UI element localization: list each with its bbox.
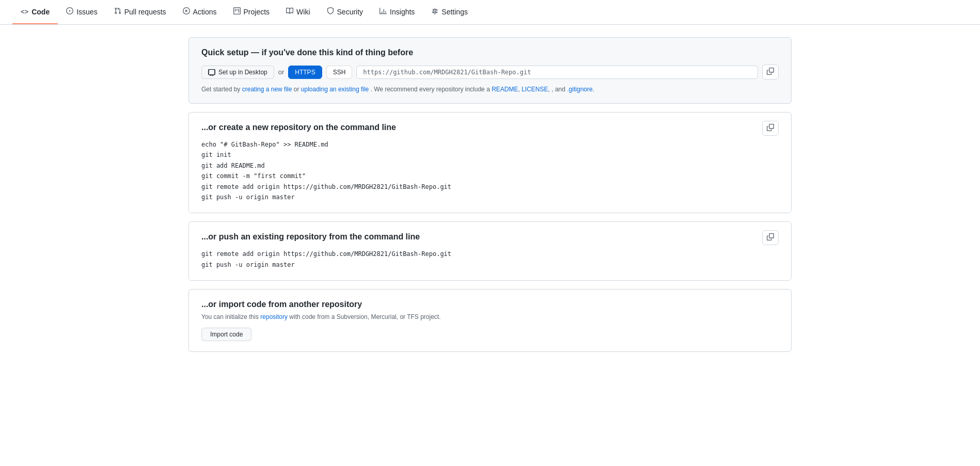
create-repo-section: ...or create a new repository on the com…: [188, 112, 792, 213]
setup-desktop-button[interactable]: Set up in Desktop: [201, 66, 274, 79]
nav-item-wiki[interactable]: Wiki: [278, 0, 318, 24]
https-button[interactable]: HTTPS: [288, 66, 322, 79]
nav-label-insights: Insights: [390, 8, 415, 16]
nav-label-wiki: Wiki: [296, 8, 310, 16]
import-section: ...or import code from another repositor…: [188, 289, 792, 352]
nav-label-security: Security: [337, 8, 363, 16]
nav-label-projects: Projects: [244, 8, 270, 16]
or-label: or: [278, 68, 284, 76]
uploading-file-link[interactable]: uploading an existing file: [301, 86, 369, 93]
command-line: git remote add origin https://github.com…: [201, 249, 779, 259]
create-repo-title: ...or create a new repository on the com…: [189, 113, 791, 139]
nav-label-code: Code: [31, 8, 50, 16]
nav-item-issues[interactable]: Issues: [58, 0, 105, 24]
nav-item-insights[interactable]: Insights: [371, 0, 423, 24]
readme-link[interactable]: README: [492, 86, 518, 93]
command-line: git remote add origin https://github.com…: [201, 182, 779, 192]
creating-file-link[interactable]: creating a new file: [242, 86, 292, 93]
import-repo-link[interactable]: repository: [260, 313, 288, 320]
nav-bar: <> Code Issues Pull requests Actions Pro…: [0, 0, 980, 25]
quick-setup-title: Quick setup — if you've done this kind o…: [201, 48, 779, 57]
command-line: git init: [201, 150, 779, 160]
create-commands-block: echo "# GitBash-Repo" >> README.mdgit in…: [201, 139, 779, 202]
pull-requests-icon: [114, 7, 121, 16]
push-repo-section: ...or push an existing repository from t…: [188, 221, 792, 281]
nav-label-issues: Issues: [76, 8, 97, 16]
get-started-text: Get started by creating a new file or up…: [201, 86, 779, 93]
import-desc: You can initialize this repository with …: [201, 313, 779, 320]
copy-push-button[interactable]: [762, 230, 779, 245]
insights-icon: [380, 7, 387, 16]
command-line: echo "# GitBash-Repo" >> README.md: [201, 139, 779, 150]
import-title: ...or import code from another repositor…: [201, 300, 779, 309]
copy-url-button[interactable]: [762, 65, 779, 79]
issues-icon: [66, 7, 73, 16]
security-icon: [327, 7, 334, 16]
repo-url-input[interactable]: [356, 66, 758, 79]
push-commands-block: git remote add origin https://github.com…: [201, 249, 779, 270]
command-line: git push -u origin master: [201, 260, 779, 270]
push-repo-title: ...or push an existing repository from t…: [189, 222, 791, 249]
command-line: git add README.md: [201, 160, 779, 171]
command-line: git commit -m "first commit": [201, 171, 779, 181]
nav-item-actions[interactable]: Actions: [175, 0, 225, 24]
settings-icon: [431, 7, 438, 16]
nav-item-settings[interactable]: Settings: [423, 0, 476, 24]
gitignore-link[interactable]: .gitignore: [567, 86, 592, 93]
projects-icon: [233, 7, 241, 16]
nav-label-pull-requests: Pull requests: [124, 8, 166, 16]
url-row: Set up in Desktop or HTTPS SSH: [201, 65, 779, 79]
create-repo-code: echo "# GitBash-Repo" >> README.mdgit in…: [189, 139, 791, 213]
nav-item-security[interactable]: Security: [319, 0, 372, 24]
import-code-button[interactable]: Import code: [201, 328, 251, 341]
desktop-btn-label: Set up in Desktop: [218, 69, 267, 76]
copy-create-button[interactable]: [762, 121, 779, 136]
create-repo-wrapper: ...or create a new repository on the com…: [189, 113, 791, 213]
wiki-icon: [286, 7, 293, 16]
nav-item-code[interactable]: <> Code: [12, 1, 58, 24]
ssh-button[interactable]: SSH: [326, 66, 353, 79]
nav-label-actions: Actions: [193, 8, 217, 16]
nav-item-pull-requests[interactable]: Pull requests: [106, 0, 175, 24]
push-repo-code: git remote add origin https://github.com…: [189, 249, 791, 280]
nav-item-projects[interactable]: Projects: [225, 0, 278, 24]
actions-icon: [183, 7, 190, 16]
push-repo-wrapper: ...or push an existing repository from t…: [189, 222, 791, 280]
main-content: Quick setup — if you've done this kind o…: [180, 25, 800, 373]
command-line: git push -u origin master: [201, 192, 779, 202]
license-link[interactable]: LICENSE: [521, 86, 548, 93]
nav-label-settings: Settings: [441, 8, 468, 16]
code-icon: <>: [21, 8, 28, 15]
quick-setup-section: Quick setup — if you've done this kind o…: [188, 37, 792, 104]
